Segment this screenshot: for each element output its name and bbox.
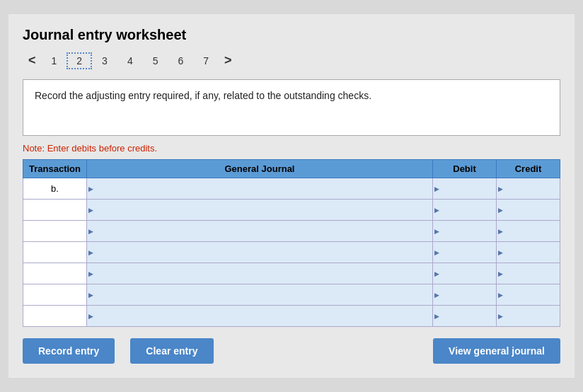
tab-1[interactable]: 1 bbox=[42, 52, 67, 69]
cell-credit-0[interactable] bbox=[497, 178, 560, 200]
view-general-journal-button[interactable]: View general journal bbox=[433, 338, 560, 364]
cell-transaction-1 bbox=[23, 200, 87, 221]
table-row bbox=[23, 221, 560, 242]
cell-debit-6[interactable] bbox=[433, 306, 497, 327]
cell-transaction-3 bbox=[23, 242, 87, 263]
page-title: Journal entry worksheet bbox=[23, 27, 560, 43]
journal-table: Transaction General Journal Debit Credit… bbox=[23, 159, 560, 327]
cell-credit-3[interactable] bbox=[497, 242, 560, 263]
tab-navigation: < 1 2 3 4 5 6 7 > bbox=[23, 52, 560, 69]
tab-7[interactable]: 7 bbox=[193, 52, 219, 69]
tab-6[interactable]: 6 bbox=[168, 52, 194, 69]
cell-debit-0[interactable] bbox=[433, 178, 497, 200]
note-text: Note: Enter debits before credits. bbox=[23, 143, 560, 154]
instruction-text: Record the adjusting entry required, if … bbox=[35, 90, 371, 101]
table-row bbox=[23, 242, 560, 263]
cell-debit-3[interactable] bbox=[433, 242, 497, 263]
cell-credit-5[interactable] bbox=[497, 284, 560, 306]
cell-general-journal-0[interactable] bbox=[87, 178, 433, 200]
cell-transaction-4 bbox=[23, 263, 87, 284]
cell-transaction-5 bbox=[23, 284, 87, 306]
nav-next-arrow[interactable]: > bbox=[219, 52, 238, 69]
record-entry-button[interactable]: Record entry bbox=[23, 338, 115, 364]
cell-general-journal-2[interactable] bbox=[87, 221, 433, 242]
col-general-journal: General Journal bbox=[87, 160, 433, 178]
col-credit: Credit bbox=[497, 160, 560, 178]
cell-credit-1[interactable] bbox=[497, 200, 560, 221]
col-transaction: Transaction bbox=[23, 160, 87, 178]
tab-3[interactable]: 3 bbox=[92, 52, 117, 69]
main-container: Journal entry worksheet < 1 2 3 4 5 6 7 … bbox=[8, 14, 575, 378]
col-debit: Debit bbox=[433, 160, 497, 178]
cell-credit-2[interactable] bbox=[497, 221, 560, 242]
cell-debit-1[interactable] bbox=[433, 200, 497, 221]
cell-debit-5[interactable] bbox=[433, 284, 497, 306]
cell-general-journal-3[interactable] bbox=[87, 242, 433, 263]
tab-2[interactable]: 2 bbox=[67, 52, 92, 69]
nav-prev-arrow[interactable]: < bbox=[23, 52, 42, 69]
instruction-box: Record the adjusting entry required, if … bbox=[23, 79, 560, 136]
tab-4[interactable]: 4 bbox=[117, 52, 143, 69]
tab-5[interactable]: 5 bbox=[143, 52, 168, 69]
table-row bbox=[23, 200, 560, 221]
cell-general-journal-1[interactable] bbox=[87, 200, 433, 221]
table-header-row: Transaction General Journal Debit Credit bbox=[23, 160, 560, 178]
clear-entry-button[interactable]: Clear entry bbox=[130, 338, 213, 364]
cell-debit-2[interactable] bbox=[433, 221, 497, 242]
cell-general-journal-4[interactable] bbox=[87, 263, 433, 284]
cell-general-journal-6[interactable] bbox=[87, 306, 433, 327]
table-row bbox=[23, 263, 560, 284]
cell-credit-4[interactable] bbox=[497, 263, 560, 284]
button-row: Record entry Clear entry View general jo… bbox=[23, 338, 560, 364]
table-row: b. bbox=[23, 178, 560, 200]
cell-general-journal-5[interactable] bbox=[87, 284, 433, 306]
cell-transaction-2 bbox=[23, 221, 87, 242]
cell-transaction-6 bbox=[23, 306, 87, 327]
cell-credit-6[interactable] bbox=[497, 306, 560, 327]
cell-transaction-0: b. bbox=[23, 178, 87, 200]
table-row bbox=[23, 306, 560, 327]
table-row bbox=[23, 284, 560, 306]
cell-debit-4[interactable] bbox=[433, 263, 497, 284]
